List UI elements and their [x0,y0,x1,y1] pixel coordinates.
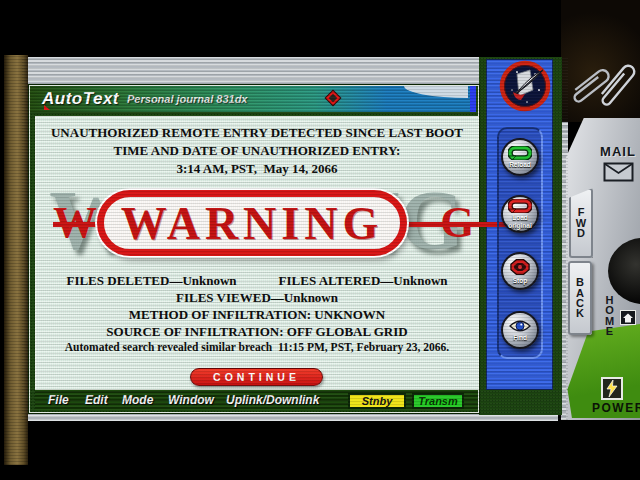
infiltration-source-line: SOURCE OF INFILTRATION: OFF GLOBAL GRID [36,324,478,340]
home-button[interactable]: HOME [603,295,616,337]
files-altered-status: FILES ALTERED—Unknown [279,273,448,289]
auto-search-line: Automated search revealed similar breach… [36,341,478,353]
power-lightning-button[interactable] [601,377,623,400]
lightning-bolt-icon [605,380,619,397]
app-title-bar: AutoText Personal journal 831dx [30,86,476,112]
power-label: POWER [592,401,640,415]
menu-item-mode[interactable]: Mode [122,393,153,407]
app-subtitle: Personal journal 831dx [127,93,247,105]
autotext-seal-logo [497,60,553,112]
menu-item-edit[interactable]: Edit [85,393,108,407]
reload-button[interactable]: Reload [501,138,539,176]
find-button[interactable]: Find [501,311,539,349]
transmit-indicator[interactable]: Transm [412,393,464,409]
fwd-button[interactable]: FWD [569,188,593,258]
files-viewed-status: FILES VIEWED—Unknown [36,290,478,306]
alert-content-panel: UNAUTHORIZED REMOTE ENTRY DETECTED SINCE… [36,117,478,389]
stop-octagon-icon [510,258,530,276]
header-blue-edge [470,86,476,112]
load-original-loop-icon [508,199,532,213]
continue-button-label: CONTINUE [213,371,300,383]
find-label: Find [504,334,536,341]
load-original-label: Load original [504,214,536,228]
header-diamond-icon [326,91,340,105]
alert-line-2: TIME AND DATE OF UNAUTHORIZED ENTRY: [36,143,478,159]
stop-button[interactable]: Stop [501,252,539,290]
alert-line-1: UNAUTHORIZED REMOTE ENTRY DETECTED SINCE… [36,125,478,141]
autotext-brand-logo: AutoText [42,89,119,109]
reload-loop-icon [508,146,532,160]
stop-label: Stop [504,277,536,284]
infiltration-method-line: METHOD OF INFILTRATION: UNKNOWN [36,307,478,323]
home-house-icon[interactable] [620,310,636,325]
menu-item-uplink-downlink[interactable]: Uplink/Downlink [226,393,319,407]
menu-item-file[interactable]: File [48,393,69,407]
warning-stamp-pill: WARNING [97,190,407,256]
warning-stamp-label: WARNING [121,197,383,250]
menu-item-window[interactable]: Window [168,393,214,407]
back-label: BACK [574,277,587,319]
back-button[interactable]: BACK [568,261,592,335]
continue-button[interactable]: CONTINUE [190,368,323,386]
reload-label: Reload [504,161,536,168]
files-status-row: FILES DELETED—Unknown FILES ALTERED—Unkn… [36,273,478,289]
paperclips [570,56,640,118]
header-swoosh-decoration [404,86,468,98]
mail-label: MAIL [596,144,640,159]
standby-indicator[interactable]: Stnby [348,393,406,409]
fwd-label: FWD [575,207,588,238]
screen-letterbox-bottom [0,420,640,480]
find-eye-icon [509,319,531,333]
load-original-button[interactable]: Load original [501,195,539,233]
files-deleted-status: FILES DELETED—Unknown [66,273,236,289]
desk-edge-wood [4,55,28,465]
mail-envelope-icon[interactable] [603,162,634,182]
brand-red-accent [44,105,50,110]
journeyman-journal-screen: Reload Load original Stop Find AutoText [0,0,640,480]
app-menu-bar: File Edit Mode Window Uplink/Downlink St… [35,389,478,411]
brand-text: AutoText [42,89,119,108]
